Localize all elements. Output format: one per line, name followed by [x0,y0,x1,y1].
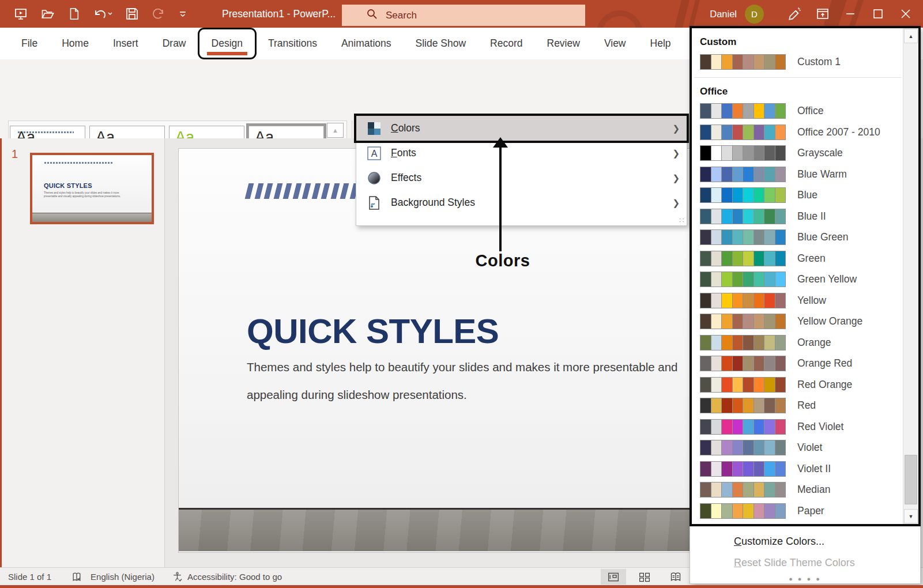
color-scheme-red-violet[interactable]: Red Violet [692,416,903,438]
swatch [711,104,722,118]
swatch [754,230,765,244]
swatch [711,398,722,413]
swatch [700,356,711,371]
customize-quick-access-icon[interactable] [178,9,187,18]
color-scheme-list: CustomCustom 1OfficeOfficeOffice 2007 - … [692,28,903,524]
tab-home[interactable]: Home [50,28,101,59]
color-scheme-red[interactable]: Red [692,395,903,417]
tab-animations[interactable]: Animations [329,28,404,59]
tab-label: Animations [341,37,391,50]
language-status[interactable]: English (Nigeria) [91,572,155,582]
background-styles-icon [367,195,382,210]
swatch [733,356,744,371]
minimize-icon[interactable] [837,0,864,28]
tab-help[interactable]: Help [638,28,683,59]
coming-soon-icon[interactable] [781,0,809,28]
swatch [754,125,765,140]
swatch [775,336,786,350]
swatch [733,398,744,413]
tab-design[interactable]: Design [199,29,255,58]
swatch [743,293,754,308]
menu-resize-grip[interactable]: ⸬ [680,216,684,224]
color-scheme-custom-1[interactable]: Custom 1 [692,51,903,73]
tab-view[interactable]: View [592,28,638,59]
svg-text:A: A [371,149,378,159]
tab-draw[interactable]: Draw [150,28,198,59]
tab-slide-show[interactable]: Slide Show [404,28,479,59]
color-scheme-office[interactable]: Office [692,101,903,122]
search-box[interactable]: Search [342,5,585,26]
scheme-name-label: Custom 1 [797,56,841,68]
swatch [711,209,722,224]
swatch [764,251,775,266]
color-scheme-blue-green[interactable]: Blue Green [692,227,903,248]
spell-check-icon[interactable] [71,571,82,583]
color-scheme-blue[interactable]: Blue [692,185,903,206]
submenu-chevron-icon: ❯ [672,123,680,134]
slide-title[interactable]: QUICK STYLES [247,311,499,351]
swatch [700,293,711,308]
tab-review[interactable]: Review [535,28,592,59]
scheme-name-label: Blue [797,189,817,201]
scroll-down-icon[interactable]: ▼ [904,509,918,523]
scheme-name-label: Violet [797,442,822,454]
menu-item-colors[interactable]: Colors❯ [356,116,687,141]
user-name[interactable]: Daniel [710,9,737,20]
row-up-icon[interactable]: ▲ [327,123,344,138]
swatch [722,188,733,202]
start-slideshow-icon[interactable] [14,7,28,21]
color-scheme-grayscale[interactable]: Grayscale [692,143,903,164]
color-scheme-yellow[interactable]: Yellow [692,290,903,311]
slide-sorter-view-icon[interactable] [632,569,657,585]
color-scheme-paper[interactable]: Paper [692,500,903,522]
accessibility-icon[interactable] [172,571,183,582]
swatch [743,251,754,266]
reading-view-icon[interactable] [663,569,688,585]
scrollbar-thumb[interactable] [905,455,917,504]
color-scheme-blue-ii[interactable]: Blue II [692,206,903,227]
slide-1-thumbnail[interactable]: QUICK STYLES Themes and styles help to b… [30,153,154,224]
tab-transitions[interactable]: Transitions [256,28,329,59]
color-scheme-green-yellow[interactable]: Green Yellow [692,269,903,291]
color-scheme-blue-warm[interactable]: Blue Warm [692,164,903,185]
color-scheme-orange-red[interactable]: Orange Red [692,353,903,375]
close-icon[interactable] [892,0,920,28]
open-icon[interactable] [40,7,55,21]
swatch [754,356,765,371]
color-scheme-office-2007-2010[interactable]: Office 2007 - 2010 [692,122,903,143]
avatar[interactable]: D [745,5,764,24]
save-icon[interactable] [125,7,139,21]
color-scheme-green[interactable]: Green [692,248,903,269]
menu-item-background-styles[interactable]: Background Styles❯ [356,190,687,215]
color-scheme-yellow-orange[interactable]: Yellow Orange [692,311,903,333]
normal-view-icon[interactable] [601,569,626,585]
menu-item-fonts[interactable]: AFonts❯ [356,141,687,165]
submenu-chevron-icon: ❯ [672,198,680,208]
scroll-up-icon[interactable]: ▲ [904,29,918,43]
swatch [733,104,744,118]
color-scheme-red-orange[interactable]: Red Orange [692,374,903,395]
tab-record[interactable]: Record [478,28,534,59]
menu-item-effects[interactable]: Effects❯ [356,165,687,190]
command-customize-colors-[interactable]: Customize Colors... [734,536,920,548]
tab-insert[interactable]: Insert [101,28,150,59]
stripe [340,183,349,199]
swatch [733,125,744,140]
tab-file[interactable]: File [9,28,50,59]
maximize-icon[interactable] [864,0,892,28]
color-scheme-violet-ii[interactable]: Violet II [692,458,903,480]
ribbon-display-options-icon[interactable] [809,0,837,28]
undo-icon[interactable] [93,7,112,21]
accessibility-status[interactable]: Accessibility: Good to go [187,572,282,582]
theme-options-menu: Colors❯AFonts❯Effects❯Background Styles❯… [356,115,687,226]
color-scheme-orange[interactable]: Orange [692,332,903,353]
flyout-resize-grip[interactable]: ● ● ● ● [690,575,920,582]
redo-icon[interactable] [152,7,165,21]
color-scheme-median[interactable]: Median [692,480,903,501]
swatch [711,125,722,140]
swatch [711,378,722,392]
new-file-icon[interactable] [67,7,80,21]
color-scheme-violet[interactable]: Violet [692,438,903,459]
flyout-scrollbar[interactable]: ▲ ▼ [903,28,918,524]
swatch [711,272,722,287]
